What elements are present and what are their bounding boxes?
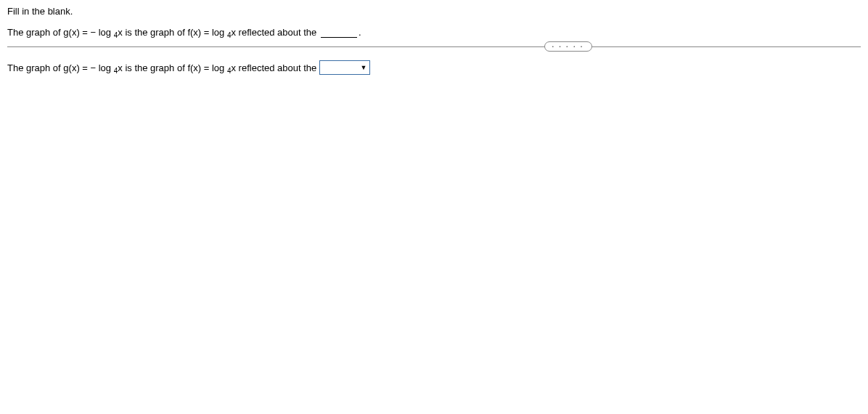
instruction-text: Fill in the blank. — [7, 6, 861, 17]
log-text: log — [212, 27, 227, 38]
question-part: The graph of g(x) = − — [7, 27, 99, 38]
log-text: log — [212, 62, 227, 73]
period: . — [359, 27, 361, 38]
question-part: x is the graph of f(x) = — [118, 27, 212, 38]
answer-part: x reflected about the — [232, 62, 317, 73]
blank-line — [321, 37, 357, 38]
answer-text: The graph of g(x) = − log 4x is the grap… — [7, 62, 316, 73]
log-text: log — [99, 27, 114, 38]
log-text: log — [99, 62, 114, 73]
answer-sentence: The graph of g(x) = − log 4x is the grap… — [7, 60, 861, 75]
subscript: 4 — [227, 31, 232, 39]
answer-part: The graph of g(x) = − — [7, 62, 99, 73]
answer-part: x is the graph of f(x) = — [118, 62, 212, 73]
subscript: 4 — [114, 31, 118, 39]
answer-dropdown[interactable]: ▼ — [319, 60, 370, 75]
divider: • • • • • — [7, 46, 861, 47]
question-part: x reflected about the — [232, 27, 319, 38]
question-sentence: The graph of g(x) = − log 4x is the grap… — [7, 27, 861, 38]
subscript: 4 — [114, 67, 118, 75]
chevron-down-icon: ▼ — [360, 64, 367, 71]
expand-pill[interactable]: • • • • • — [544, 41, 592, 52]
subscript: 4 — [227, 67, 232, 75]
